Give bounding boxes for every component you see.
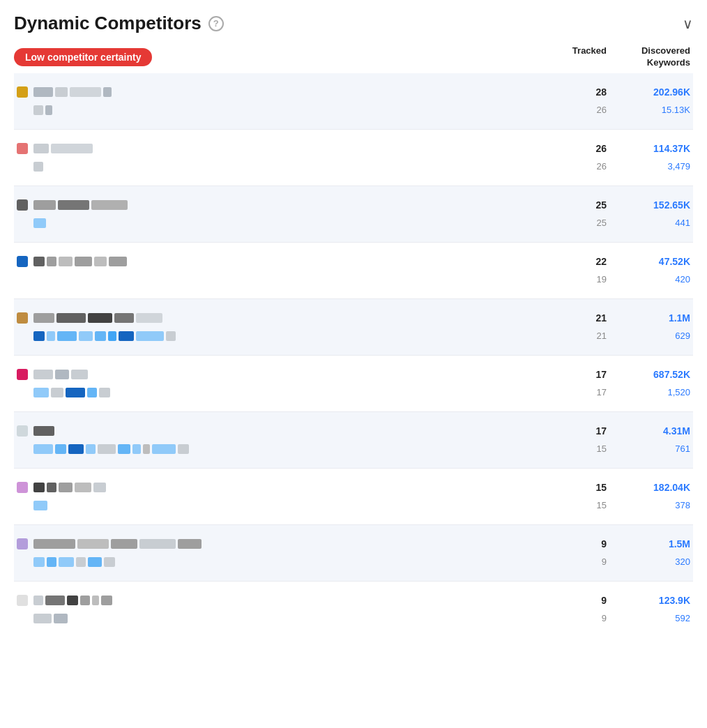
bar-block <box>59 257 73 266</box>
help-icon[interactable]: ? <box>208 16 224 31</box>
bar-block <box>33 331 45 341</box>
table-row: 9123.9K <box>17 587 690 609</box>
tracked-value-main: 28 <box>551 86 607 98</box>
bar-block <box>33 257 45 266</box>
bar-block <box>33 162 43 172</box>
bar-block <box>136 331 164 341</box>
keywords-value-sub: 629 <box>607 331 690 341</box>
bar-block <box>178 444 189 454</box>
bar-block <box>47 257 56 266</box>
competitor-bars-sub <box>33 160 551 173</box>
bar-block <box>33 105 43 115</box>
table-row-sub: 19420 <box>17 271 690 293</box>
competitor-bars-main <box>33 142 551 155</box>
keywords-value-sub: 378 <box>607 500 690 510</box>
bar-block <box>70 87 101 97</box>
keywords-value-main: 687.52K <box>607 369 690 380</box>
competitor-bars-main <box>33 425 551 437</box>
keywords-value-sub: 3,479 <box>607 161 690 172</box>
tracked-value-sub: 9 <box>551 556 607 567</box>
bar-block <box>57 331 77 341</box>
table-row: 26114.37K <box>17 135 690 158</box>
collapse-icon[interactable]: ∨ <box>683 15 693 32</box>
keywords-value-main: 1.1M <box>607 312 690 324</box>
bar-block <box>33 483 45 492</box>
keywords-value-main: 152.65K <box>607 199 690 211</box>
col-header-keywords: Discovered Keywords <box>607 45 690 69</box>
keywords-value-sub: 320 <box>607 556 690 567</box>
table-row-sub: 171,520 <box>17 384 690 406</box>
tracked-value-sub: 26 <box>551 161 607 172</box>
bar-block <box>88 313 112 323</box>
tracked-value-sub: 19 <box>551 274 607 285</box>
competitor-bars-sub <box>33 330 551 342</box>
bar-block <box>152 444 176 454</box>
spacer <box>17 105 28 116</box>
table-row-sub: 15378 <box>17 496 690 519</box>
bar-block <box>47 483 56 492</box>
table-row-sub: 9320 <box>17 553 690 575</box>
bar-block <box>33 87 53 97</box>
keywords-value-main: 114.37K <box>607 143 690 154</box>
tracked-value-sub: 9 <box>551 613 607 623</box>
table-row: 211.1M <box>17 305 690 327</box>
keywords-value-sub: 761 <box>607 443 690 454</box>
bar-block <box>33 218 46 228</box>
bar-block <box>45 596 65 605</box>
competitor-row-group: 174.31M15761 <box>14 412 693 469</box>
spacer <box>17 218 28 229</box>
competitor-bars-main <box>33 86 551 98</box>
table-row: 2247.52K <box>17 248 690 271</box>
bar-block <box>98 444 116 454</box>
competitor-row-group: 91.5M9320 <box>14 525 693 582</box>
tracked-value-main: 9 <box>551 538 607 549</box>
competitor-color-dot <box>17 425 28 437</box>
competitor-row-group: 28202.96K2615.13K <box>14 73 693 130</box>
competitor-bars-sub <box>33 386 551 399</box>
bar-block <box>75 483 91 492</box>
bar-block <box>45 105 52 115</box>
bar-block <box>66 388 85 397</box>
bar-block <box>75 257 92 266</box>
competitor-row-group: 25152.65K25441 <box>14 186 693 243</box>
bar-block <box>59 483 73 492</box>
competitor-row-group: 9123.9K9592 <box>14 582 693 637</box>
competitor-row-group: 211.1M21629 <box>14 299 693 356</box>
table-row-sub: 25441 <box>17 214 690 236</box>
bar-block <box>58 200 89 210</box>
table-row: 28202.96K <box>17 79 690 101</box>
competitor-row-group: 15182.04K15378 <box>14 469 693 525</box>
bar-block <box>86 444 96 454</box>
bar-block <box>87 388 97 397</box>
bar-block <box>79 331 93 341</box>
tracked-value-sub: 26 <box>551 105 607 115</box>
spacer <box>17 161 28 172</box>
competitor-bars-main <box>33 312 551 324</box>
bar-block <box>95 331 106 341</box>
page-title: Dynamic Competitors <box>14 13 202 34</box>
keywords-value-sub: 441 <box>607 218 690 228</box>
keywords-value-sub: 1,520 <box>607 387 690 397</box>
bar-block <box>47 557 56 567</box>
bar-block <box>118 444 130 454</box>
tracked-value-sub: 15 <box>551 443 607 454</box>
tracked-value-sub: 17 <box>551 387 607 397</box>
bar-block <box>132 444 141 454</box>
bar-block <box>55 444 66 454</box>
competitor-row-group: 17687.52K171,520 <box>14 356 693 412</box>
tracked-value-sub: 15 <box>551 500 607 510</box>
keywords-value-main: 47.52K <box>607 256 690 267</box>
competitors-list: 28202.96K2615.13K26114.37K263,47925152.6… <box>14 73 693 637</box>
bar-block <box>99 388 110 397</box>
bar-block <box>139 539 176 549</box>
spacer <box>17 274 28 285</box>
competitor-color-dot <box>17 199 28 211</box>
bar-block <box>55 87 68 97</box>
bar-block <box>33 313 54 323</box>
bar-block <box>68 444 84 454</box>
tracked-value-main: 26 <box>551 143 607 154</box>
bar-block <box>33 370 53 379</box>
bar-block <box>67 596 78 605</box>
bar-block <box>92 596 99 605</box>
certainty-badge: Low competitor certainty <box>14 48 152 66</box>
